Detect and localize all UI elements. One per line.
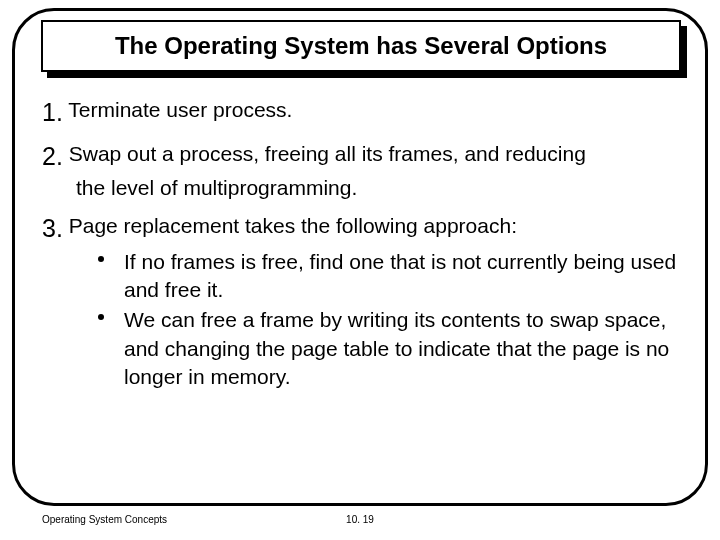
item-text: Swap out a process, freeing all its fram… [69,142,586,165]
list-item-2: 2. Swap out a process, freeing all its f… [42,140,682,202]
content-area: 1. Terminate user process. 2. Swap out a… [42,96,682,401]
item-text: Page replacement takes the following app… [69,214,517,237]
list-item-3: 3. Page replacement takes the following … [42,212,682,391]
bullet-icon [98,314,104,320]
bullet-icon [98,256,104,262]
item-number: 3. [42,212,63,246]
sub-item-text: If no frames is free, find one that is n… [124,250,676,301]
sub-list: If no frames is free, find one that is n… [94,248,682,392]
sub-item: We can free a frame by writing its conte… [94,306,682,391]
title-box: The Operating System has Several Options [41,20,681,72]
list-item-1: 1. Terminate user process. [42,96,682,130]
sub-item-text: We can free a frame by writing its conte… [124,308,669,388]
footer-page-number: 10. 19 [0,514,720,525]
item-text: Terminate user process. [68,98,292,121]
slide-title: The Operating System has Several Options [115,32,607,60]
item-number: 1. [42,96,63,130]
item-number: 2. [42,140,63,174]
sub-item: If no frames is free, find one that is n… [94,248,682,305]
item-text-cont: the level of multiprogramming. [76,174,682,202]
